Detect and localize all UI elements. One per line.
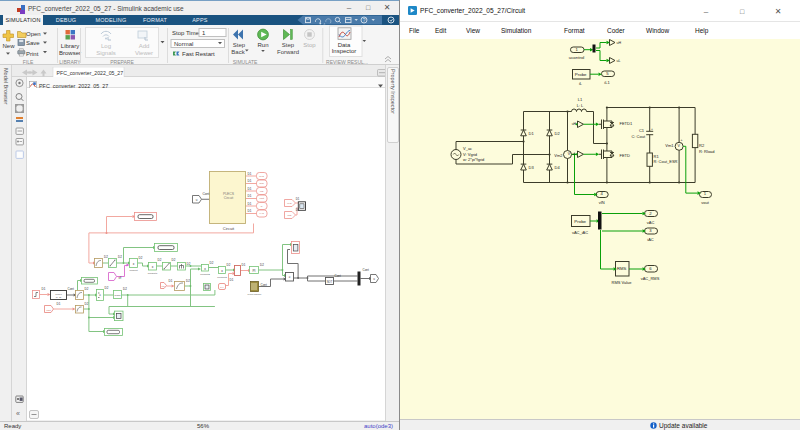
svg-text:Step: Step xyxy=(282,42,295,48)
svg-text:D2: D2 xyxy=(85,287,89,291)
svg-text:C1: C1 xyxy=(639,128,645,133)
svg-text:D1: D1 xyxy=(248,179,252,183)
svg-text:Cont: Cont xyxy=(363,268,370,272)
svg-text:D2: D2 xyxy=(210,261,214,265)
svg-text:RMS: RMS xyxy=(617,266,627,271)
svg-text:D2: D2 xyxy=(85,302,89,306)
svg-text:FETD1: FETD1 xyxy=(620,121,633,126)
svg-text:?: ? xyxy=(362,17,365,23)
svg-text:vIN: vIN xyxy=(260,190,264,192)
svg-text:D2: D2 xyxy=(260,263,264,267)
svg-text:D1: D1 xyxy=(230,278,234,282)
svg-text:D2: D2 xyxy=(186,279,190,283)
svg-text:D4: D4 xyxy=(555,165,561,170)
svg-text:Cont: Cont xyxy=(335,274,342,278)
svg-text:D3: D3 xyxy=(529,165,535,170)
svg-text:D2: D2 xyxy=(123,287,127,291)
svg-text:vout: vout xyxy=(260,197,265,199)
svg-text:D2: D2 xyxy=(172,258,176,262)
svg-text:vAC: vAC xyxy=(260,212,265,214)
svg-text:Add: Add xyxy=(139,43,150,49)
svg-text:D1: D1 xyxy=(248,187,252,191)
svg-text:D1: D1 xyxy=(169,279,173,283)
svg-text:Normal: Normal xyxy=(174,41,193,47)
svg-text:V_ac: V_ac xyxy=(463,146,472,151)
svg-text:D2: D2 xyxy=(118,255,122,259)
svg-text:uHG: uHG xyxy=(259,175,264,177)
svg-text:uLG: uLG xyxy=(287,214,291,216)
svg-text:PFC_converter_2022_05_27: PFC_converter_2022_05_27 xyxy=(57,70,124,76)
svg-text:Step: Step xyxy=(233,42,246,48)
svg-text:PI: PI xyxy=(252,269,255,273)
svg-text:iAC: iAC xyxy=(647,237,654,242)
svg-text:NOT: NOT xyxy=(327,280,333,284)
svg-text:Viewer: Viewer xyxy=(135,50,153,56)
svg-text:Print: Print xyxy=(26,51,39,57)
svg-text:Vm1: Vm1 xyxy=(665,143,674,148)
svg-text:D1: D1 xyxy=(248,172,252,176)
svg-text:uL: uL xyxy=(617,59,621,63)
svg-text:D1: D1 xyxy=(296,208,300,212)
svg-text:Vm2: Vm2 xyxy=(554,153,563,158)
svg-text:D2: D2 xyxy=(139,256,143,260)
svg-text:D2: D2 xyxy=(104,255,108,259)
svg-text:D1: D1 xyxy=(248,202,252,206)
svg-text:PREPARE: PREPARE xyxy=(110,59,134,65)
svg-text:+: + xyxy=(651,127,653,131)
svg-text:R: Rload: R: Rload xyxy=(699,149,715,154)
svg-text:uH: uH xyxy=(617,41,622,45)
svg-text:2: 2 xyxy=(649,211,652,216)
svg-text:New: New xyxy=(2,43,15,49)
svg-text:Circuit: Circuit xyxy=(224,196,234,200)
svg-text:D2: D2 xyxy=(158,258,162,262)
svg-text:Save: Save xyxy=(26,40,40,46)
svg-text:1000/z: 1000/z xyxy=(55,293,62,295)
svg-text:vout: vout xyxy=(701,200,709,205)
svg-text:R1: R1 xyxy=(654,154,660,159)
svg-text:vff: vff xyxy=(119,276,122,280)
svg-text:Probe: Probe xyxy=(574,219,586,224)
svg-text:V: V xyxy=(677,144,680,148)
svg-text:D1: D1 xyxy=(248,194,252,198)
svg-text:3: 3 xyxy=(649,228,652,233)
svg-text:Probe: Probe xyxy=(575,72,587,77)
svg-text:Stop Time: Stop Time xyxy=(172,30,200,36)
svg-text:RMS Value: RMS Value xyxy=(612,280,633,285)
svg-text:vAC: vAC xyxy=(647,220,655,225)
svg-text:V: Vgrid: V: Vgrid xyxy=(463,152,477,157)
svg-text:R: Cout_ESR: R: Cout_ESR xyxy=(654,159,678,164)
svg-text:D1: D1 xyxy=(42,287,46,291)
svg-text:w: 2*pi*fgrid: w: 2*pi*fgrid xyxy=(463,157,484,162)
svg-text:Open: Open xyxy=(26,31,41,37)
svg-text:Inspector: Inspector xyxy=(332,48,357,54)
svg-text:Cont: Cont xyxy=(68,287,75,291)
svg-text:Product3: Product3 xyxy=(217,276,227,279)
svg-text:Stop: Stop xyxy=(303,42,316,48)
svg-text:REVIEW RESUL...: REVIEW RESUL... xyxy=(326,59,368,65)
svg-text:Library: Library xyxy=(61,43,79,49)
svg-text:L1: L1 xyxy=(578,97,583,102)
svg-text:PWM Carrier: PWM Carrier xyxy=(248,293,262,296)
svg-text:vIN: vIN xyxy=(599,200,605,205)
svg-text:uH: uH xyxy=(572,122,577,126)
svg-text:ucontrol: ucontrol xyxy=(569,55,585,60)
svg-text:Run: Run xyxy=(257,42,268,48)
svg-text:D2: D2 xyxy=(555,131,561,136)
svg-text:D1: D1 xyxy=(57,302,61,306)
svg-text:Forward: Forward xyxy=(277,49,299,55)
svg-text:5: 5 xyxy=(606,71,609,76)
svg-text:Product1: Product1 xyxy=(148,272,158,275)
svg-text:Circuit: Circuit xyxy=(223,226,235,231)
svg-text:vout: vout xyxy=(46,309,51,312)
svg-text:Product2: Product2 xyxy=(200,273,210,276)
svg-text:SIMULATE: SIMULATE xyxy=(233,59,258,65)
svg-text:D1: D1 xyxy=(296,197,300,201)
svg-text:vm: vm xyxy=(162,285,165,287)
svg-text:D2: D2 xyxy=(187,262,191,266)
svg-text:FILE: FILE xyxy=(23,59,34,65)
svg-text:D1: D1 xyxy=(242,263,246,267)
svg-text:+: + xyxy=(681,138,683,142)
svg-text:L: L: L: L xyxy=(577,103,584,108)
svg-text:Signals: Signals xyxy=(96,50,116,56)
svg-text:1: 1 xyxy=(704,191,707,196)
